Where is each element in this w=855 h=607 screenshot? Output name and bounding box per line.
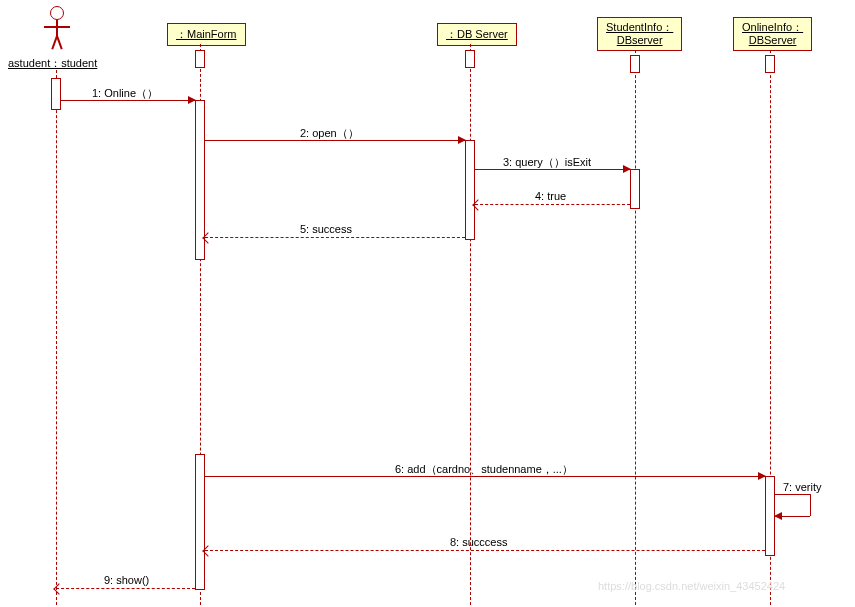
msg-4-arrow	[475, 204, 630, 205]
lifeline-studentinfo-line	[635, 50, 636, 605]
msg-9-label: 9: show()	[104, 574, 149, 586]
activation-dbserver-head	[465, 50, 475, 68]
msg-2-label: 2: open（）	[300, 126, 359, 141]
activation-dbserver-1	[465, 140, 475, 240]
msg-9-arrow	[56, 588, 195, 589]
msg-7-label: 7: verity	[783, 481, 822, 493]
msg-3-label: 3: query（）isExit	[503, 155, 591, 170]
lifeline-mainform: ：MainForm	[167, 23, 246, 46]
activation-mainform-2	[195, 454, 205, 590]
lifeline-onlineinfo: OnlineInfo：DBServer	[733, 17, 812, 51]
lifeline-dbserver: ：DB Server	[437, 23, 517, 46]
activation-actor-1	[51, 78, 61, 110]
activation-studentinfo-1	[630, 169, 640, 209]
activation-studentinfo-head	[630, 55, 640, 73]
watermark: https://blog.csdn.net/weixin_43452424	[598, 580, 785, 592]
lifeline-dbserver-line	[470, 44, 471, 605]
msg-6-label: 6: add（cardno、studenname，...）	[395, 462, 573, 477]
activation-mainform-head	[195, 50, 205, 68]
msg-8-arrow	[205, 550, 765, 551]
msg-4-label: 4: true	[535, 190, 566, 202]
msg-5-label: 5: success	[300, 223, 352, 235]
lifeline-studentinfo: StudentInfo：DBserver	[597, 17, 682, 51]
activation-onlineinfo-head	[765, 55, 775, 73]
msg-1-label: 1: Online（）	[92, 86, 158, 101]
msg-5-arrow	[205, 237, 465, 238]
actor-label: astudent：student	[8, 56, 97, 71]
lifeline-actor-line	[56, 70, 57, 605]
msg-8-label: 8: succcess	[450, 536, 507, 548]
